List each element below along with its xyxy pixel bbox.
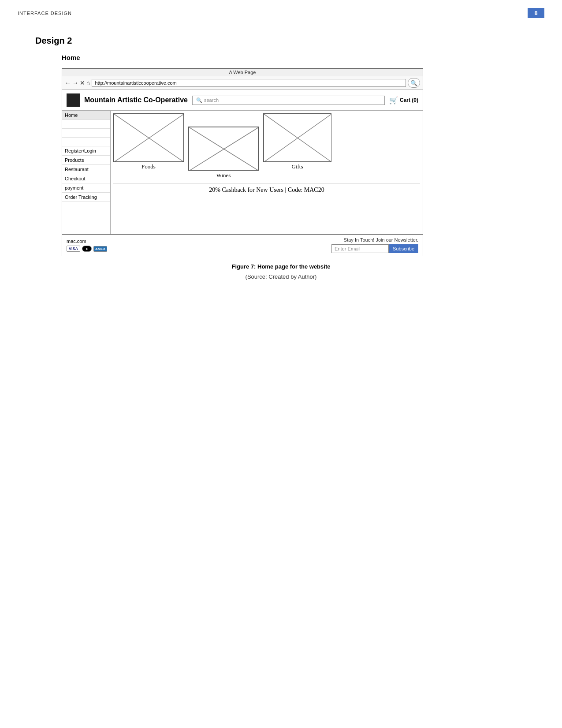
foods-image	[113, 113, 184, 162]
sidebar-item-register[interactable]: Register/Login	[62, 146, 110, 156]
site-title: Mountain Artistic Co-Operative	[84, 96, 188, 104]
document-content: Design 2 Home A Web Page ← → ✕ ⌂ 🔍 Mount…	[0, 22, 562, 311]
amex-icon: AMEX	[93, 246, 107, 252]
forward-icon[interactable]: →	[72, 79, 78, 86]
sidebar-item-order-tracking[interactable]: Order Tracking	[62, 193, 110, 202]
browser-toolbar: ← → ✕ ⌂ 🔍	[62, 76, 423, 90]
sidebar-item-spacer3	[62, 138, 110, 146]
foods-group: Foods	[113, 113, 184, 170]
cart-button[interactable]: 🛒 Cart (0)	[389, 96, 418, 105]
figure-caption: Figure 7: Home page for the website	[35, 263, 527, 270]
sidebar: Home Register/Login Products Restaurant …	[62, 111, 111, 234]
cart-icon: 🛒	[389, 96, 398, 105]
sidebar-item-checkout[interactable]: Checkout	[62, 174, 110, 183]
sidebar-item-products[interactable]: Products	[62, 156, 110, 165]
cart-label: Cart (0)	[400, 97, 418, 103]
payment-icons: VISA ● AMEX	[67, 246, 107, 252]
subscribe-button[interactable]: Subscribe	[389, 244, 418, 253]
browser-title-bar: A Web Page	[62, 69, 423, 76]
promo-banner: 20% Cashback for New Users | Code: MAC20	[113, 183, 420, 196]
document-title: INTERFACE DESIGN	[18, 11, 72, 16]
search-icon: 🔍	[196, 97, 202, 103]
gifts-image	[263, 113, 331, 162]
product-image-row: Foods Wines	[113, 113, 420, 179]
search-placeholder: search	[204, 97, 219, 103]
visa-icon: VISA	[67, 246, 80, 252]
newsletter-label: Stay In Touch! Join our Newsletter.	[344, 237, 418, 243]
wines-label: Wines	[216, 172, 231, 179]
site-logo	[67, 93, 80, 107]
gifts-group: Gifts	[263, 113, 331, 170]
close-icon[interactable]: ✕	[80, 79, 85, 86]
sidebar-item-spacer1	[62, 120, 110, 129]
wines-image	[188, 127, 259, 171]
page-number: 8	[528, 8, 544, 18]
section-title: Design 2	[35, 36, 527, 46]
footer-url: mac.com	[67, 239, 107, 244]
gifts-label: Gifts	[292, 163, 303, 170]
address-bar[interactable]	[92, 79, 406, 87]
sidebar-item-payment[interactable]: payment	[62, 183, 110, 193]
site-footer: mac.com VISA ● AMEX Stay In Touch! Join …	[62, 234, 423, 256]
site-search-bar[interactable]: 🔍 search	[192, 96, 385, 105]
foods-label: Foods	[141, 163, 156, 170]
main-content: Foods Wines	[111, 111, 423, 234]
home-icon[interactable]: ⌂	[86, 79, 90, 86]
wines-group: Wines	[188, 127, 259, 179]
browser-search-button[interactable]: 🔍	[408, 78, 420, 88]
subsection-title: Home	[62, 54, 527, 61]
nav-icons: ← → ✕ ⌂	[65, 79, 90, 86]
email-input[interactable]	[331, 244, 389, 253]
site-body: Home Register/Login Products Restaurant …	[62, 111, 423, 234]
figure-source: (Source: Created by Author)	[35, 273, 527, 280]
sidebar-item-spacer2	[62, 129, 110, 138]
footer-right: Stay In Touch! Join our Newsletter. Subs…	[331, 237, 418, 253]
sidebar-item-home[interactable]: Home	[62, 111, 110, 120]
sidebar-item-restaurant[interactable]: Restaurant	[62, 165, 110, 174]
email-subscribe-row: Subscribe	[331, 244, 418, 253]
footer-left: mac.com VISA ● AMEX	[67, 239, 107, 252]
back-icon[interactable]: ←	[65, 79, 71, 86]
browser-wireframe: A Web Page ← → ✕ ⌂ 🔍 Mountain Artistic C…	[62, 68, 423, 256]
mastercard-icon: ●	[82, 246, 92, 252]
browser-title-text: A Web Page	[229, 70, 256, 75]
page-header: INTERFACE DESIGN 8	[0, 0, 562, 22]
site-header: Mountain Artistic Co-Operative 🔍 search …	[62, 90, 423, 111]
